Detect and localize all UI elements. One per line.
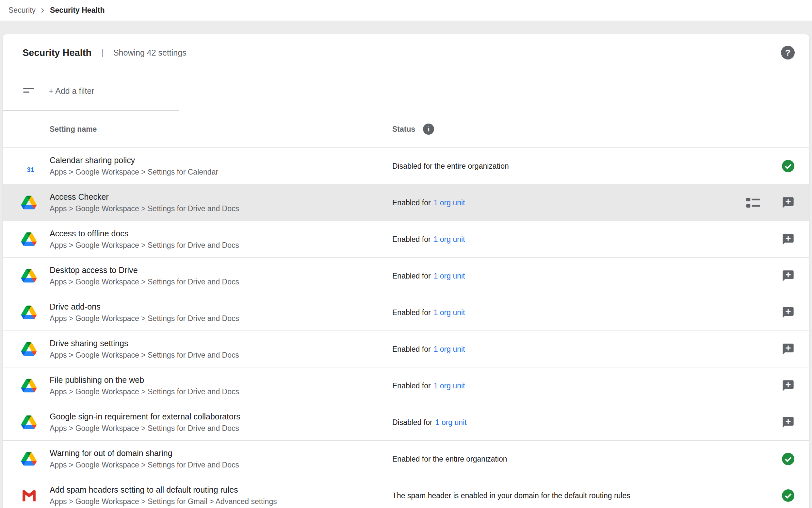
status-cell: Disabled for the entire organization: [392, 162, 509, 170]
app-icon-slot: [21, 341, 37, 357]
setting-path: Apps > Google Workspace > Settings for G…: [50, 497, 277, 506]
setting-path: Apps > Google Workspace > Settings for D…: [50, 387, 239, 396]
security-health-card: Security Health | Showing 42 settings ? …: [3, 34, 809, 508]
setting-cell: Google sign-in requirement for external …: [50, 412, 240, 433]
status-cell: Enabled for 1 org unit: [392, 345, 465, 353]
recommendation-badge[interactable]: [782, 196, 795, 209]
drive-app-icon: [21, 306, 37, 320]
drive-app-icon: [21, 232, 37, 246]
status-ok-badge[interactable]: [782, 489, 795, 502]
app-icon-slot: [21, 268, 37, 284]
status-text: The spam header is enabled in your domai…: [392, 491, 630, 500]
table-row[interactable]: Drive add-ons Apps > Google Workspace > …: [3, 294, 809, 331]
drive-app-icon: [21, 342, 37, 356]
table-row[interactable]: Google sign-in requirement for external …: [3, 404, 809, 440]
setting-cell: Add spam headers setting to all default …: [50, 485, 277, 506]
table-header: Setting name Status i: [3, 111, 809, 147]
setting-title: Drive sharing settings: [50, 339, 239, 348]
recommendation-badge[interactable]: [782, 416, 795, 429]
help-icon[interactable]: ?: [781, 46, 795, 59]
setting-path: Apps > Google Workspace > Settings for D…: [50, 461, 239, 469]
status-text: Enabled for: [392, 235, 431, 244]
status-ok-badge[interactable]: [782, 453, 795, 466]
setting-cell: Drive sharing settings Apps > Google Wor…: [50, 339, 239, 359]
add-filter-button[interactable]: + Add a filter: [49, 86, 94, 96]
status-text: Disabled for the entire organization: [392, 162, 509, 170]
org-unit-link[interactable]: 1 org unit: [434, 381, 465, 390]
setting-title: Access to offline docs: [50, 229, 239, 238]
setting-cell: Access Checker Apps > Google Workspace >…: [50, 192, 239, 213]
status-text: Enabled for: [392, 198, 431, 207]
app-icon-slot: [21, 415, 37, 430]
table-row[interactable]: Drive sharing settings Apps > Google Wor…: [3, 331, 809, 367]
recommendation-badge[interactable]: [782, 343, 795, 356]
org-units-breakdown-icon[interactable]: [746, 198, 760, 208]
chevron-right-icon: [38, 6, 47, 15]
table-row[interactable]: Warning for out of domain sharing Apps >…: [3, 440, 809, 477]
status-text: Enabled for: [392, 271, 431, 280]
status-cell: Enabled for 1 org unit: [392, 198, 465, 207]
status-cell: Enabled for 1 org unit: [392, 381, 465, 390]
status-cell: Enabled for 1 org unit: [392, 271, 465, 280]
recommendation-badge[interactable]: [782, 379, 795, 392]
setting-title: Add spam headers setting to all default …: [50, 485, 277, 495]
page-title: Security Health: [22, 47, 91, 58]
app-icon-slot: [21, 305, 37, 320]
breadcrumb: Security Security Health: [0, 0, 812, 20]
table-row[interactable]: Access to offline docs Apps > Google Wor…: [3, 221, 809, 257]
status-text: Enabled for: [392, 308, 431, 317]
org-unit-link[interactable]: 1 org unit: [435, 418, 467, 427]
setting-cell: Warning for out of domain sharing Apps >…: [50, 449, 239, 469]
breadcrumb-item-security-health: Security Health: [50, 6, 104, 15]
org-unit-link[interactable]: 1 org unit: [434, 198, 465, 207]
table-row[interactable]: Access Checker Apps > Google Workspace >…: [3, 184, 809, 221]
setting-cell: File publishing on the web Apps > Google…: [50, 375, 239, 396]
org-unit-link[interactable]: 1 org unit: [434, 235, 465, 244]
status-text: Disabled for: [392, 418, 432, 427]
status-cell: The spam header is enabled in your domai…: [392, 491, 630, 500]
filter-icon[interactable]: [23, 87, 36, 95]
setting-path: Apps > Google Workspace > Settings for C…: [50, 168, 218, 176]
info-icon[interactable]: i: [423, 124, 434, 135]
table-row[interactable]: Add spam headers setting to all default …: [3, 477, 809, 508]
org-unit-link[interactable]: 1 org unit: [434, 308, 465, 317]
status-text: Enabled for the entire organization: [392, 454, 507, 463]
setting-path: Apps > Google Workspace > Settings for D…: [50, 278, 239, 286]
status-text: Enabled for: [392, 345, 431, 353]
drive-app-icon: [21, 416, 37, 429]
title-separator: |: [101, 48, 103, 58]
status-ok-badge[interactable]: [782, 160, 795, 173]
table-row[interactable]: 31 Calendar sharing policy Apps > Google…: [3, 147, 809, 184]
settings-rows: 31 Calendar sharing policy Apps > Google…: [3, 147, 809, 508]
setting-cell: Access to offline docs Apps > Google Wor…: [50, 229, 239, 250]
table-row[interactable]: Desktop access to Drive Apps > Google Wo…: [3, 257, 809, 294]
card-header: Security Health | Showing 42 settings ?: [3, 34, 809, 71]
status-cell: Enabled for the entire organization: [392, 454, 507, 463]
setting-title: File publishing on the web: [50, 375, 239, 385]
setting-name-column-header: Setting name: [50, 125, 97, 134]
setting-path: Apps > Google Workspace > Settings for D…: [50, 351, 239, 359]
app-icon-slot: [21, 231, 37, 247]
recommendation-badge[interactable]: [782, 306, 795, 319]
org-unit-link[interactable]: 1 org unit: [434, 345, 465, 353]
status-cell: Enabled for 1 org unit: [392, 235, 465, 244]
app-icon-slot: [21, 451, 37, 466]
status-cell: Disabled for 1 org unit: [392, 418, 467, 427]
settings-count-label: Showing 42 settings: [113, 48, 187, 57]
status-text: Enabled for: [392, 381, 431, 390]
setting-title: Warning for out of domain sharing: [50, 449, 239, 458]
status-column-header: Status i: [392, 124, 434, 135]
filter-bar: + Add a filter: [3, 71, 809, 111]
table-row[interactable]: File publishing on the web Apps > Google…: [3, 367, 809, 404]
app-icon-slot: 31: [21, 158, 37, 174]
drive-app-icon: [21, 452, 37, 466]
setting-path: Apps > Google Workspace > Settings for D…: [50, 241, 239, 250]
org-unit-link[interactable]: 1 org unit: [434, 271, 465, 280]
setting-path: Apps > Google Workspace > Settings for D…: [50, 204, 239, 213]
status-cell: Enabled for 1 org unit: [392, 308, 465, 317]
recommendation-badge[interactable]: [782, 269, 795, 283]
recommendation-badge[interactable]: [782, 233, 795, 246]
setting-title: Drive add-ons: [50, 302, 239, 311]
app-icon-slot: [21, 378, 37, 393]
breadcrumb-item-security[interactable]: Security: [8, 6, 36, 15]
